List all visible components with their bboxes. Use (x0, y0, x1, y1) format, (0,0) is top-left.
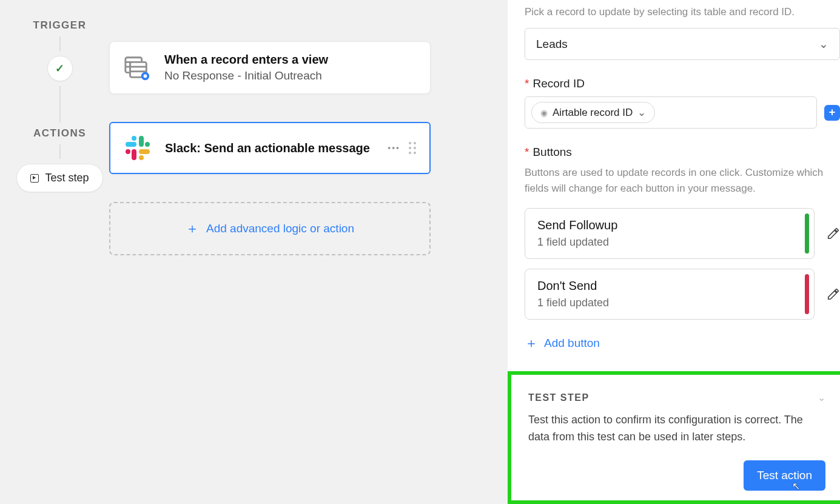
actions-section-label: ACTIONS (10, 127, 110, 139)
card-actions: ••• (388, 142, 416, 154)
button-card-sub: 1 field updated (537, 236, 802, 249)
trigger-status-circle: ✓ (47, 56, 73, 81)
test-step-pill[interactable]: Test step (16, 164, 102, 192)
status-stripe (805, 274, 809, 314)
svg-rect-9 (132, 149, 136, 160)
button-card-sub: 1 field updated (537, 297, 802, 309)
chevron-down-icon: ⌄ (819, 37, 828, 51)
buttons-label: * Buttons (525, 146, 840, 159)
trigger-section-label: TRIGGER (10, 19, 110, 32)
button-config-row: Don't Send 1 field updated (525, 269, 840, 320)
action-card-slack[interactable]: Slack: Send an actionable message ••• (109, 122, 431, 174)
cards-column: When a record enters a view No Response … (109, 41, 431, 255)
test-action-button[interactable]: Test action ↖ (744, 460, 825, 491)
buttons-help: Buttons are used to update records in on… (525, 165, 840, 197)
slack-icon (124, 134, 152, 162)
table-select-value: Leads (536, 38, 568, 51)
action-card-title: Slack: Send an actionable message (165, 141, 370, 155)
test-step-section: TEST STEP ⌄ Test this action to confirm … (508, 371, 840, 504)
chevron-down-icon: ⌄ (637, 106, 646, 119)
edit-button[interactable] (827, 287, 840, 301)
plus-icon: ＋ (186, 220, 199, 238)
add-token-button[interactable]: + (824, 105, 840, 121)
test-step-label: Test step (45, 172, 89, 184)
required-asterisk: * (525, 77, 529, 90)
plus-icon: ＋ (525, 334, 538, 352)
svg-point-13 (145, 142, 150, 147)
cursor-icon: ↖ (792, 480, 800, 492)
svg-point-14 (139, 155, 144, 160)
trigger-card-subtitle: No Response - Initial Outreach (164, 69, 328, 82)
button-card-send-followup[interactable]: Send Followup 1 field updated (525, 208, 815, 259)
svg-point-12 (132, 136, 136, 141)
pick-record-help: Pick a record to update by selecting its… (525, 6, 840, 18)
svg-rect-10 (126, 142, 136, 147)
edit-button[interactable] (827, 227, 840, 240)
button-card-title: Send Followup (537, 218, 802, 232)
button-config-row: Send Followup 1 field updated (525, 208, 840, 259)
record-id-input[interactable]: ◉ Airtable record ID ⌄ (525, 96, 817, 129)
button-card-title: Don't Send (537, 279, 802, 293)
table-select[interactable]: Leads ⌄ (525, 28, 840, 60)
trigger-card-title: When a record enters a view (164, 53, 328, 67)
test-step-header: TEST STEP (528, 392, 590, 403)
add-action-button[interactable]: ＋ Add advanced logic or action (109, 202, 431, 255)
test-step-description: Test this action to confirm its configur… (528, 412, 825, 446)
fingerprint-icon: ◉ (540, 108, 548, 118)
connector-line (59, 36, 61, 51)
more-icon[interactable]: ••• (388, 143, 400, 153)
record-id-token[interactable]: ◉ Airtable record ID ⌄ (531, 102, 655, 123)
automation-canvas: TRIGGER ✓ ACTIONS Test step (0, 0, 508, 504)
connector-line (59, 86, 61, 123)
record-view-icon (123, 54, 151, 82)
button-card-dont-send[interactable]: Don't Send 1 field updated (525, 269, 815, 320)
trigger-card-text: When a record enters a view No Response … (164, 53, 328, 82)
connector-line (59, 144, 61, 159)
check-icon: ✓ (55, 62, 64, 75)
svg-rect-8 (139, 136, 144, 147)
record-id-label: * Record ID (525, 77, 840, 90)
add-button-link[interactable]: ＋ Add button (525, 334, 600, 352)
action-card-text: Slack: Send an actionable message (165, 141, 370, 155)
trigger-card[interactable]: When a record enters a view No Response … (109, 41, 431, 94)
required-asterisk: * (525, 146, 529, 159)
timeline-column: TRIGGER ✓ ACTIONS Test step (10, 19, 110, 192)
svg-rect-11 (139, 149, 150, 154)
chevron-down-icon[interactable]: ⌄ (818, 392, 825, 403)
config-panel: Pick a record to update by selecting its… (508, 0, 840, 504)
play-icon (30, 174, 39, 183)
add-action-label: Add advanced logic or action (206, 222, 354, 235)
svg-point-7 (144, 74, 147, 78)
drag-handle-icon[interactable] (409, 142, 416, 154)
status-stripe (805, 213, 809, 254)
svg-point-15 (126, 149, 130, 154)
